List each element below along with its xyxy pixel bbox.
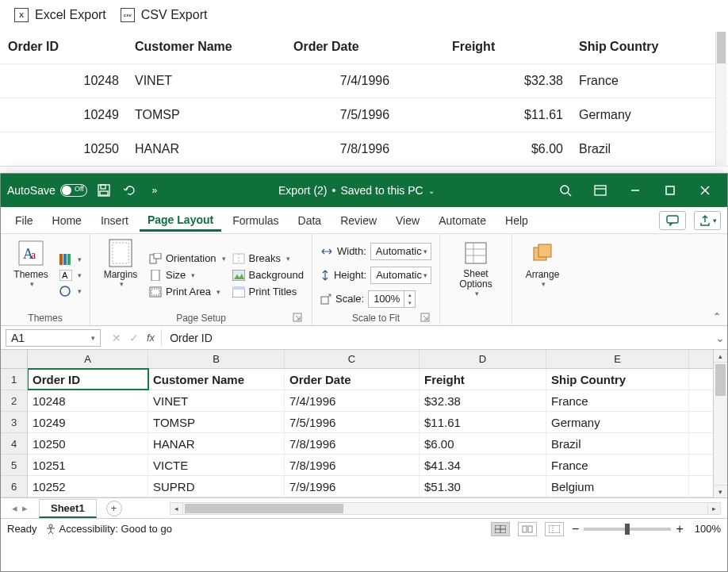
formula-input[interactable]: Order ID [161, 329, 713, 347]
status-ready: Ready [7, 523, 37, 535]
dialog-launcher-icon[interactable] [420, 313, 431, 324]
col-freight[interactable]: Freight [444, 30, 571, 64]
close-button[interactable] [689, 179, 721, 202]
size-button[interactable]: Size▾ [149, 269, 226, 281]
colors-icon [59, 254, 72, 265]
tab-formulas[interactable]: Formulas [224, 209, 286, 232]
chevron-down-icon[interactable]: ⌄ [428, 186, 435, 195]
svg-rect-35 [321, 297, 328, 304]
effects-button[interactable]: ▾ [59, 286, 82, 297]
group-themes: Aa Themes ▾ ▾ A▾ ▾ Themes [1, 234, 90, 325]
themes-button[interactable]: Aa Themes ▾ [9, 239, 53, 311]
zoom-control[interactable]: − + 100% [572, 522, 721, 536]
tab-insert[interactable]: Insert [93, 209, 136, 232]
select-all-corner[interactable] [1, 350, 27, 369]
sheet-options-button[interactable]: Sheet Options▾ [448, 239, 504, 322]
save-icon[interactable] [95, 182, 113, 199]
zoom-percent[interactable]: 100% [695, 523, 721, 535]
worksheet-hscrollbar[interactable]: ◂▸ [170, 502, 721, 515]
collapse-ribbon-icon[interactable]: ⌃ [713, 311, 721, 322]
background-button[interactable]: Background [232, 269, 304, 281]
themes-icon: Aa [17, 239, 45, 267]
sheet-nav[interactable]: ◂▸ [1, 502, 39, 514]
table-row[interactable]: 10250 HANAR 7/8/1996 $6.00 Brazil [0, 132, 728, 167]
scale-icon [320, 294, 331, 305]
col-country[interactable]: Ship Country [571, 30, 728, 64]
autosave-toggle[interactable]: AutoSave Off [7, 184, 87, 197]
worksheet-vscrollbar[interactable]: ▴▾ [713, 350, 727, 497]
col-order-id[interactable]: Order ID [0, 30, 127, 64]
zoom-out-button[interactable]: − [572, 522, 579, 536]
normal-view-button[interactable] [491, 522, 510, 536]
comments-button[interactable] [659, 211, 686, 230]
expand-formula-bar-icon[interactable]: ⌄ [713, 332, 727, 344]
cell-a1[interactable]: Order ID [28, 369, 148, 390]
tab-view[interactable]: View [388, 209, 427, 232]
sheet-row[interactable]: 10252SUPRD7/9/1996$51.30Belgium [28, 476, 713, 497]
accessibility-status[interactable]: Accessibility: Good to go [45, 523, 172, 535]
table-row[interactable]: 10249 TOMSP 7/5/1996 $11.61 Germany [0, 98, 728, 132]
scale-spinner[interactable]: 100%▴▾ [368, 290, 416, 308]
fx-icon[interactable]: fx [147, 332, 155, 344]
maximize-button[interactable] [654, 179, 686, 202]
tab-review[interactable]: Review [332, 209, 385, 232]
web-data-grid[interactable]: Order ID Customer Name Order Date Freigh… [0, 30, 728, 166]
tab-data[interactable]: Data [290, 209, 330, 232]
share-button[interactable]: ▾ [694, 211, 721, 230]
worksheet[interactable]: 1 2 3 4 5 6 A B C D E Order ID Customer … [1, 350, 727, 497]
cancel-formula-icon[interactable]: ✕ [112, 332, 121, 344]
tab-file[interactable]: File [7, 209, 41, 232]
web-grid-panel: X Excel Export csv CSV Export Order ID C… [0, 0, 728, 167]
scale-control[interactable]: Scale:100%▴▾ [320, 290, 431, 308]
excel-window: AutoSave Off » Export (2) • Saved to thi… [0, 173, 728, 572]
tab-home[interactable]: Home [44, 209, 90, 232]
excel-titlebar: AutoSave Off » Export (2) • Saved to thi… [1, 174, 727, 207]
tab-page-layout[interactable]: Page Layout [140, 209, 221, 232]
sheet-row[interactable]: Order ID Customer Name Order Date Freigh… [28, 369, 713, 390]
svg-rect-42 [538, 244, 551, 257]
search-icon[interactable] [550, 179, 581, 202]
ribbon-mode-icon[interactable] [584, 179, 616, 202]
arrange-button[interactable]: Arrange▾ [520, 239, 565, 322]
fonts-button[interactable]: A▾ [59, 270, 82, 281]
sheet-tab-sheet1[interactable]: Sheet1 [39, 499, 97, 518]
breaks-button[interactable]: Breaks▾ [232, 252, 304, 264]
tab-help[interactable]: Help [497, 209, 536, 232]
width-select[interactable]: Automatic▾ [370, 243, 431, 260]
minimize-button[interactable] [619, 179, 651, 202]
excel-export-button[interactable]: X Excel Export [14, 8, 106, 22]
name-box[interactable]: A1▾ [6, 329, 101, 347]
sheet-row[interactable]: 10250HANAR7/8/1996$6.00Brazil [28, 433, 713, 455]
column-headers[interactable]: A B C D E [28, 350, 713, 369]
height-select[interactable]: Automatic▾ [370, 267, 431, 284]
print-area-button[interactable]: Print Area▾ [149, 286, 226, 298]
print-titles-button[interactable]: Print Titles [232, 286, 304, 298]
zoom-in-button[interactable]: + [676, 522, 683, 536]
sheet-row[interactable]: 10249TOMSP7/5/1996$11.61Germany [28, 412, 713, 433]
enter-formula-icon[interactable]: ✓ [129, 332, 139, 344]
margins-button[interactable]: Margins ▾ [98, 239, 143, 311]
zoom-slider[interactable] [584, 528, 671, 531]
add-sheet-button[interactable]: + [106, 501, 122, 516]
svg-rect-33 [232, 286, 245, 290]
page-layout-view-button[interactable] [518, 522, 537, 536]
width-control[interactable]: Width:Automatic▾ [320, 243, 431, 260]
tab-automate[interactable]: Automate [431, 209, 494, 232]
table-row[interactable]: 10248 VINET 7/4/1996 $32.38 France [0, 64, 728, 98]
sheet-row[interactable]: 10248VINET7/4/1996$32.38France [28, 390, 713, 412]
width-icon [320, 247, 333, 256]
csv-export-button[interactable]: csv CSV Export [121, 8, 208, 22]
sheet-row[interactable]: 10251VICTE7/8/1996$41.34France [28, 455, 713, 476]
more-qat-icon[interactable]: » [146, 182, 163, 199]
web-scrollbar[interactable] [715, 32, 726, 167]
col-customer[interactable]: Customer Name [127, 30, 285, 64]
height-control[interactable]: Height:Automatic▾ [320, 267, 431, 284]
page-break-view-button[interactable] [545, 522, 564, 536]
margins-icon [106, 239, 135, 267]
row-headers[interactable]: 1 2 3 4 5 6 [1, 350, 28, 497]
colors-button[interactable]: ▾ [59, 254, 82, 265]
orientation-button[interactable]: Orientation▾ [149, 252, 226, 264]
dialog-launcher-icon[interactable] [293, 313, 304, 324]
undo-icon[interactable] [121, 182, 138, 199]
col-date[interactable]: Order Date [285, 30, 444, 64]
